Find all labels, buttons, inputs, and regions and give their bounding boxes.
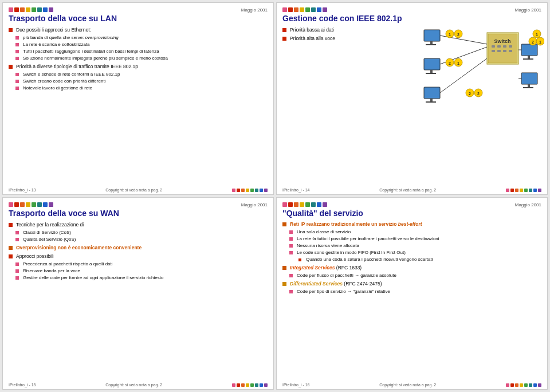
svg-rect-5 [503,45,506,48]
svg-text:1: 1 [539,40,541,44]
svg-text:Switch: Switch [494,38,510,44]
slide4-title: "Qualità" del servizio [282,209,541,218]
svg-text:2: 2 [457,33,459,37]
slide-grid: Maggio 2001 Trasporto della voce su LAN … [0,0,550,392]
slide1-date: Maggio 2001 [241,7,268,13]
slide4-date: Maggio 2001 [515,202,541,207]
list-item: Precedenza ai pacchetti rispetto a quell… [15,261,268,268]
slide4-dots [282,202,541,207]
svg-text:2: 2 [449,61,451,65]
svg-rect-12 [430,41,433,44]
slide3-bullets: Tecniche per la realizzazione di Classi … [9,222,268,281]
slide4-bullets: Reti IP realizzano tradizionalmente un s… [282,221,541,295]
svg-rect-4 [497,45,501,48]
list-item: Reti IP realizzano tradizionalmente un s… [282,221,541,228]
svg-rect-18 [430,99,433,101]
slide2-footer-dots [506,189,541,192]
slide-3: Maggio 2001 Trasporto della voce su WAN … [2,197,274,390]
slide3-footer-copy: Copyright: si veda nota a pag. 2 [105,383,162,387]
list-item: Riservare banda per la voce [15,268,268,275]
svg-rect-9 [503,50,506,52]
list-item: Overprovisioning non è economicamente co… [9,245,268,252]
slide3-date: Maggio 2001 [241,202,268,207]
svg-rect-17 [424,87,440,99]
list-item-integrated: Integrated Services (RFC 1633) [282,265,541,272]
list-item: Code per flusso di pacchetti → garanzie … [289,273,541,279]
list-item: Code per tipo di servizio → "garanzie" r… [289,289,541,295]
list-item: Switch e schede di rete conformi a IEEE … [15,72,268,78]
list-item: La rete fa tutto il possibile per inoltr… [289,236,541,242]
slide1-sub2: Switch e schede di rete conformi a IEEE … [9,72,268,92]
slide2-date: Maggio 2001 [515,7,541,13]
differentiated-label: Differentiated Services [290,281,343,287]
svg-rect-23 [521,73,537,84]
slide2-footer-copy: Copyright: si veda nota a pag. 2 [379,188,436,192]
svg-rect-16 [426,73,436,74]
slide3-footer-dots [232,383,268,387]
list-item: Nessuna risorsa viene allocata [289,243,541,249]
slide2-dots [282,7,541,12]
list-item: La rete è scarica e sottoutilizzata [15,42,268,48]
list-item: Quando una coda è satura i pacchetti ric… [298,257,541,263]
slide1-dots [9,7,268,12]
list-item: Notevole lavoro di gestione di rete [15,85,268,92]
slide-4: Maggio 2001 "Qualità" del servizio Reti … [276,197,548,390]
list-item: Due possibili approcci su Ethernet: [9,27,268,34]
svg-rect-10 [509,50,512,52]
svg-rect-15 [430,70,433,73]
list-item: Switch creano code con priorità differen… [15,79,268,85]
slide1-title: Trasporto della voce su LAN [9,14,268,23]
slide2-footer-id: IPtelIntro_i - 14 [282,188,309,192]
list-item-differentiated: Differentiated Services (RFC 2474-2475) [282,281,541,288]
svg-rect-20 [521,44,537,56]
svg-rect-25 [523,87,533,88]
slide3-title: Trasporto della voce su WAN [9,209,268,218]
svg-text:2: 2 [477,92,480,96]
slide2-content: Priorità bassa ai dati Priorità alta all… [282,27,541,101]
svg-rect-11 [424,30,440,41]
slide-2: Maggio 2001 Gestione code con IEEE 802.1… [276,2,548,195]
svg-rect-3 [492,45,495,48]
slide4-footer-id: IPtelIntro_i - 16 [282,383,309,387]
svg-rect-8 [497,50,501,52]
slide3-footer-id: IPtelIntro_i - 15 [9,383,36,387]
slide1-footer-id: IPtelIntro_i - 13 [9,188,36,192]
list-item: Le code sono gestite in modo FIFO (First… [289,250,541,256]
slide4-footer: IPtelIntro_i - 16 Copyright: si veda not… [282,383,541,387]
svg-text:2: 2 [532,40,534,44]
list-item: più banda di quella che serve: overprovi… [15,35,268,41]
network-diagram-svg: Switch [418,21,544,124]
slide2-left: Priorità bassa ai dati Priorità alta all… [282,27,397,101]
list-item: Qualità del Servizio (QoS) [15,237,268,243]
slide1-bullets: Due possibili approcci su Ethernet: più … [9,27,268,92]
integrated-label: Integrated Services [290,265,335,271]
slide1-footer-dots [232,189,268,192]
list-item: Una sola classe di servizio [289,229,541,236]
list-item: Gestire delle code per fornire ad ogni a… [15,275,268,281]
svg-rect-6 [509,45,512,48]
svg-text:1: 1 [457,61,459,65]
svg-rect-13 [426,44,436,45]
slide4-footer-dots [506,383,541,387]
slide1-sub1: più banda di quella che serve: overprovi… [9,35,268,62]
list-item: Priorità alta alla voce [282,36,397,42]
svg-text:2: 2 [469,92,471,96]
slide3-footer: IPtelIntro_i - 15 Copyright: si veda not… [9,383,268,387]
svg-rect-21 [528,56,530,58]
slide-1: Maggio 2001 Trasporto della voce su LAN … [2,2,274,195]
svg-rect-22 [523,58,533,60]
slide2-network-diagram: Switch [397,27,541,101]
list-item: Tutti i pacchetti raggiungono i destinat… [15,49,268,55]
slide1-footer: IPtelIntro_i - 13 Copyright: si veda not… [9,188,268,192]
list-item: Approcci possibili [9,253,268,260]
slide2-footer: IPtelIntro_i - 14 Copyright: si veda not… [282,188,541,192]
list-item: Soluzione normalmente impiegata perché p… [15,56,268,62]
list-item: Priorità bassa ai dati [282,27,397,34]
svg-rect-14 [424,58,440,70]
list-item: Tecniche per la realizzazione di [9,222,268,229]
slide1-footer-copy: Copyright: si veda nota a pag. 2 [105,188,162,192]
slide2-bullets: Priorità bassa ai dati Priorità alta all… [282,27,397,42]
svg-text:1: 1 [536,33,538,37]
slide3-dots [9,202,268,207]
svg-rect-7 [492,50,495,52]
